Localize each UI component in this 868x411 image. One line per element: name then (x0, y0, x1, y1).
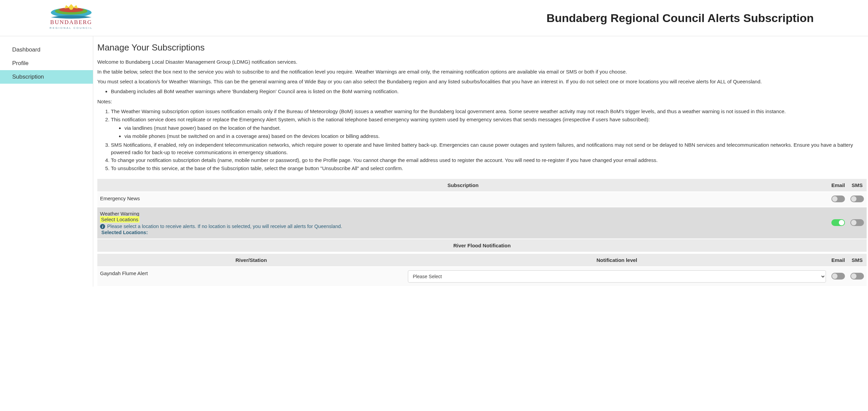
content-area: Manage Your Subscriptions Welcome to Bun… (93, 36, 868, 287)
river-header-row: River/Station Notification level Email S… (97, 254, 867, 266)
intro-p1: Welcome to Bundaberg Local Disaster Mana… (97, 58, 867, 65)
subscription-table: Subscription Email SMS Emergency News We… (97, 178, 867, 253)
toggle-email-weather[interactable] (831, 219, 845, 226)
note-2: This notification service does not repli… (111, 116, 867, 140)
info-icon: i (100, 224, 105, 229)
row-name-weather: Weather Warning (100, 211, 826, 217)
logo: BUNDABERG REGIONAL COUNCIL (34, 3, 108, 33)
sidebar-item-dashboard[interactable]: Dashboard (0, 43, 93, 57)
sidebar-item-profile[interactable]: Profile (0, 57, 93, 70)
th-email: Email (829, 179, 848, 191)
row-weather-cell: Weather Warning Select Locations i Pleas… (97, 207, 829, 239)
table-header-row: Subscription Email SMS (97, 179, 867, 191)
th-river: River/Station (97, 254, 405, 266)
toggle-email-gayndah[interactable] (831, 273, 845, 280)
sidebar-item-subscription[interactable]: Subscription (0, 70, 93, 84)
toggle-sms-gayndah[interactable] (850, 273, 864, 280)
bundaberg-logo-icon: BUNDABERG REGIONAL COUNCIL (37, 3, 105, 33)
toggle-sms-emergency[interactable] (850, 196, 864, 202)
river-section-title: River Flood Notification (97, 239, 867, 252)
header: BUNDABERG REGIONAL COUNCIL Bundaberg Reg… (0, 0, 868, 36)
river-section-header: River Flood Notification (97, 239, 867, 252)
row-name-emergency: Emergency News (97, 192, 829, 207)
toggle-email-emergency[interactable] (831, 196, 845, 202)
main-layout: Dashboard Profile Subscription Manage Yo… (0, 36, 868, 287)
notification-level-select[interactable]: Please Select (408, 270, 826, 283)
location-info: i Please select a location to receive al… (100, 224, 826, 229)
river-table: River/Station Notification level Email S… (97, 253, 867, 287)
table-row: Gayndah Flume Alert Please Select (97, 267, 867, 286)
note-2-sub-2: via mobile phones (must be switched on a… (124, 132, 867, 140)
th-sms: SMS (848, 179, 867, 191)
section-heading: Manage Your Subscriptions (97, 42, 867, 53)
th-subscription: Subscription (97, 179, 829, 191)
select-locations-link[interactable]: Select Locations (100, 216, 139, 223)
sidebar: Dashboard Profile Subscription (0, 36, 93, 287)
table-row: Emergency News (97, 192, 867, 207)
intro-p3: You must select a location/s for Weather… (97, 78, 867, 85)
svg-point-3 (69, 6, 73, 10)
toggle-sms-weather[interactable] (850, 219, 864, 226)
svg-text:BUNDABERG: BUNDABERG (50, 19, 92, 25)
table-row: Weather Warning Select Locations i Pleas… (97, 207, 867, 239)
note-2-sub-1: via landlines (must have power) based on… (124, 124, 867, 132)
river-station-name: Gayndah Flume Alert (97, 267, 405, 286)
svg-text:REGIONAL COUNCIL: REGIONAL COUNCIL (50, 26, 93, 29)
page-title: Bundaberg Regional Council Alerts Subscr… (547, 12, 814, 25)
note-4: To change your notification subscription… (111, 157, 867, 164)
selected-locations-label: Selected Locations: (101, 230, 826, 235)
intro-bullet: Bundaberg includes all BoM weather warni… (111, 88, 867, 95)
note-5: To unsubscribe to this service, at the b… (111, 165, 867, 172)
note-3: SMS Notifications, if enabled, rely on i… (111, 141, 867, 156)
notes-list: The Weather Warning subscription option … (111, 108, 867, 172)
notes-label: Notes: (97, 98, 867, 105)
note-1: The Weather Warning subscription option … (111, 108, 867, 115)
intro-p2: In the table below, select the box next … (97, 68, 867, 75)
th-level: Notification level (405, 254, 829, 266)
th-river-sms: SMS (848, 254, 867, 266)
th-river-email: Email (829, 254, 848, 266)
